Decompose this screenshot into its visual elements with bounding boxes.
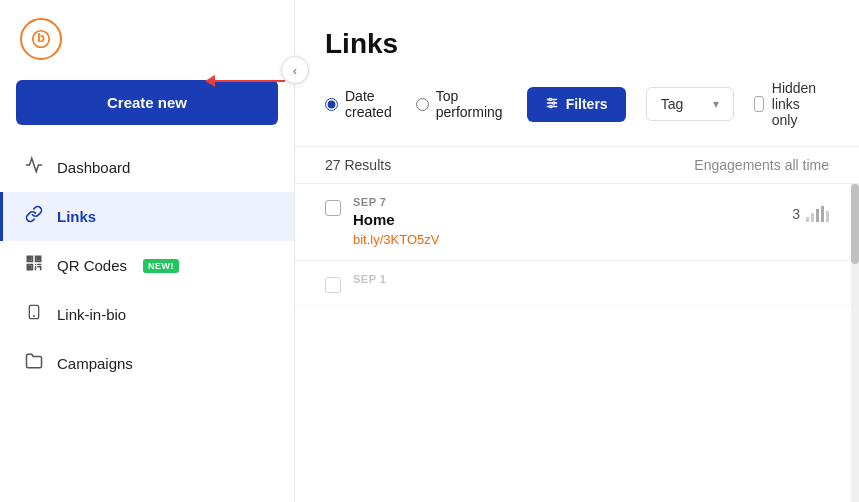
results-count: 27 Results — [325, 157, 391, 173]
link-engagements: 3 — [792, 206, 829, 222]
links-list: SEP 7 Home bit.ly/3KTO5zV 3 — [295, 184, 859, 502]
sidebar: b Create new Dashboard Links QR Codes NE… — [0, 0, 295, 502]
chevron-left-icon: ‹ — [293, 63, 297, 78]
link-date: SEP 7 — [353, 196, 780, 208]
sidebar-item-links-label: Links — [57, 208, 96, 225]
hidden-links-toggle[interactable]: Hidden links only — [754, 80, 829, 128]
sidebar-item-dashboard-label: Dashboard — [57, 159, 130, 176]
sidebar-item-bio-label: Link-in-bio — [57, 306, 126, 323]
link-date-2: SEP 1 — [353, 273, 829, 285]
link-url[interactable]: bit.ly/3KTO5zV — [353, 232, 439, 247]
svg-rect-5 — [29, 258, 31, 260]
svg-point-18 — [549, 98, 551, 100]
results-header: 27 Results Engagements all time — [295, 146, 859, 184]
svg-rect-6 — [37, 258, 39, 260]
top-performing-radio[interactable] — [416, 96, 429, 113]
hidden-links-text: Hidden links only — [772, 80, 829, 128]
date-created-radio[interactable] — [325, 96, 338, 113]
page-title: Links — [325, 28, 829, 60]
link-title: Home — [353, 211, 780, 228]
svg-point-19 — [552, 101, 554, 103]
top-performing-label: Top performing — [436, 88, 507, 120]
link-info: SEP 7 Home bit.ly/3KTO5zV — [353, 196, 780, 248]
filters-button-label: Filters — [566, 96, 608, 112]
sort-radio-group: Date created Top performing — [325, 88, 507, 120]
filter-row: Date created Top performing Filters Tag … — [295, 80, 859, 128]
link-checkbox-2[interactable] — [325, 277, 341, 293]
qr-code-icon — [23, 254, 45, 277]
create-new-button[interactable]: Create new — [16, 80, 278, 125]
tag-dropdown[interactable]: Tag ▾ — [646, 87, 735, 121]
dashboard-icon — [23, 156, 45, 179]
sidebar-item-links[interactable]: Links — [0, 192, 294, 241]
sidebar-item-campaigns-label: Campaigns — [57, 355, 133, 372]
scrollbar-thumb[interactable] — [851, 184, 859, 264]
table-row: SEP 1 — [295, 261, 859, 306]
svg-point-20 — [549, 105, 551, 107]
chevron-down-icon: ▾ — [713, 97, 719, 111]
sidebar-collapse-button[interactable]: ‹ — [281, 56, 309, 84]
svg-text:b: b — [37, 31, 45, 45]
sidebar-item-link-in-bio[interactable]: Link-in-bio — [0, 290, 294, 339]
link-info-2: SEP 1 — [353, 273, 829, 288]
mobile-icon — [23, 303, 45, 326]
sidebar-logo: b — [0, 0, 294, 74]
sidebar-item-dashboard[interactable]: Dashboard — [0, 143, 294, 192]
main-content: Links Date created Top performing Filter… — [295, 0, 859, 502]
sidebar-nav: Dashboard Links QR Codes NEW! Link-in-bi… — [0, 143, 294, 388]
engagements-label: Engagements all time — [694, 157, 829, 173]
sidebar-item-campaigns[interactable]: Campaigns — [0, 339, 294, 388]
engagement-count: 3 — [792, 206, 800, 222]
date-created-label: Date created — [345, 88, 396, 120]
filters-button[interactable]: Filters — [527, 87, 626, 122]
link-icon — [23, 205, 45, 228]
sort-top-performing[interactable]: Top performing — [416, 88, 507, 120]
filter-sliders-icon — [545, 96, 559, 113]
page-header: Links — [295, 0, 859, 80]
sidebar-item-qr-label: QR Codes — [57, 257, 127, 274]
svg-rect-7 — [29, 266, 31, 268]
sort-date-created[interactable]: Date created — [325, 88, 396, 120]
new-badge: NEW! — [143, 259, 179, 273]
link-checkbox[interactable] — [325, 200, 341, 216]
app-logo[interactable]: b — [20, 18, 62, 60]
tag-dropdown-label: Tag — [661, 96, 684, 112]
scrollbar-track — [851, 184, 859, 502]
sidebar-item-qr-codes[interactable]: QR Codes NEW! — [0, 241, 294, 290]
table-row: SEP 7 Home bit.ly/3KTO5zV 3 — [295, 184, 859, 261]
campaigns-icon — [23, 352, 45, 375]
engagement-chart-icon — [806, 206, 829, 222]
hidden-links-checkbox[interactable] — [754, 96, 764, 112]
